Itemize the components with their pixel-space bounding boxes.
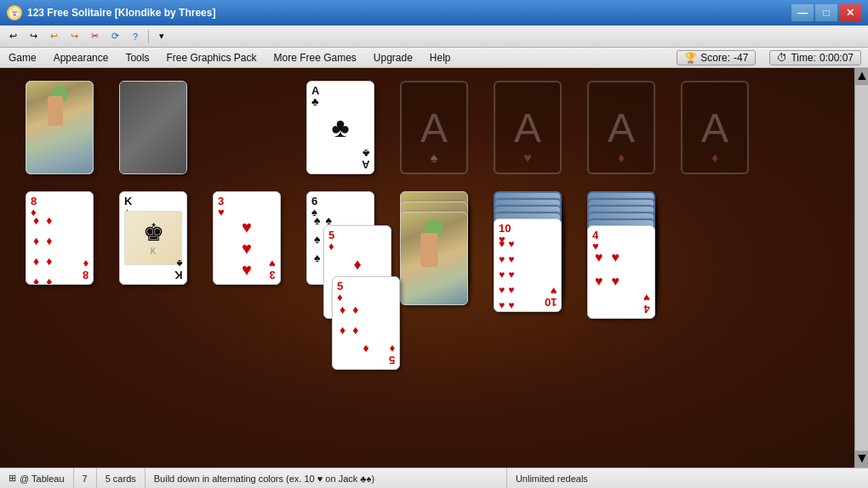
menu-tools[interactable]: Tools [117,50,157,65]
score-time-area: 🏆 Score: -47 ⏱ Time: 0:00:07 [677,50,868,65]
art-card-3[interactable] [400,212,468,305]
statusbar: ⊞ @ Tableau 7 5 cards Build down in alte… [0,468,868,488]
cards-count-section: 5 cards [97,468,146,488]
toolbar-refresh-button[interactable]: ⟳ [106,28,124,45]
foundation-1[interactable]: A ♣ ♣ A ♣ [306,81,374,174]
score-value: -47 [734,52,748,64]
game-area[interactable]: A ♣ ♣ A ♣ A ♠ A ♥ A ♦ A ♦ 8 ♦ ♦ ♦ [0,68,868,468]
toolbar-cut-button[interactable]: ✂ [85,28,104,45]
menubar: Game Appearance Tools Free Graphics Pack… [0,48,868,68]
menu-help[interactable]: Help [421,50,460,65]
toolbar-dropdown-button[interactable]: ▾ [152,28,171,45]
tableau-1[interactable]: 8 ♦ ♦ ♦ ♦ ♦ ♦ ♦ ♦ ♦ 8 ♦ [26,191,94,285]
foundation-2[interactable]: A ♠ [400,81,468,174]
cards-label: 5 cards [106,474,136,484]
menu-more-games[interactable]: More Free Games [265,50,364,65]
time-value: 0:00:07 [819,52,854,64]
titlebar: 🃏 123 Free Solitaire [Klondike by Threes… [0,0,868,26]
time-icon: ⏱ [777,52,787,64]
redeals-section: Unlimited redeals [507,468,868,488]
toolbar-undo-button[interactable]: ↩ [44,28,63,45]
tableau-label-section: ⊞ @ Tableau [0,468,74,488]
toolbar-redo-button[interactable]: ↪ [65,28,83,45]
tableau-count-section: 7 [74,468,97,488]
toolbar-back-button[interactable]: ↩ [3,28,22,45]
ten-hearts[interactable]: 10 ♥ ♥ ♥ ♥ ♥ ♥ ♥ ♥ ♥ ♥ ♥ 10 ♥ [494,218,562,312]
scroll-up[interactable]: ▲ [855,68,868,85]
quick-access-toolbar: ↩ ↪ ↩ ↪ ✂ ⟳ ? ▾ [0,26,868,48]
menu-graphics-pack[interactable]: Free Graphics Pack [157,50,265,65]
toolbar-separator [148,30,149,43]
redeals-label: Unlimited redeals [516,474,588,484]
scrollbar[interactable]: ▲ ▼ [854,68,868,468]
tableau-4-5d[interactable]: 5 ♦ ♦ ♦ ♦ ♦ ♦ 5 ♦ [332,276,400,370]
app-icon: 🃏 [7,5,22,20]
toolbar-help-button[interactable]: ? [126,28,145,45]
score-icon: 🏆 [684,52,697,64]
hint-text: Build down in alternating colors (ex. 10… [154,474,374,484]
titlebar-left: 🃏 123 Free Solitaire [Klondike by Threes… [7,5,215,20]
scroll-down[interactable]: ▼ [855,451,868,468]
menu-upgrade[interactable]: Upgrade [365,50,421,65]
time-label: Time: [791,52,816,64]
menu-appearance[interactable]: Appearance [45,50,117,65]
stock-pile[interactable] [26,81,94,174]
close-button[interactable]: ✕ [839,4,861,21]
foundation-4[interactable]: A ♦ [587,81,655,174]
tableau-2[interactable]: K ♠ ♚ K K ♠ [119,191,187,285]
score-display: 🏆 Score: -47 [677,50,756,65]
maximize-button[interactable]: □ [815,4,837,21]
hint-section: Build down in alternating colors (ex. 10… [146,468,507,488]
minimize-button[interactable]: — [791,4,814,21]
waste-pile[interactable] [119,81,187,174]
window-controls: — □ ✕ [791,4,861,21]
toolbar-forward-button[interactable]: ↪ [24,28,43,45]
score-label: Score: [700,52,730,64]
menu-game[interactable]: Game [0,50,45,65]
tableau-count: 7 [83,474,88,484]
foundation-3[interactable]: A ♥ [494,81,562,174]
time-display: ⏱ Time: 0:00:07 [769,50,861,65]
window-title: 123 Free Solitaire [Klondike by Threes] [27,7,215,19]
four-hearts[interactable]: 4 ♥ ♥ ♥ ♥ ♥ 4 ♥ [587,225,655,319]
foundation-5[interactable]: A ♦ [681,81,749,174]
tableau-3[interactable]: 3 ♥ ♥ ♥ ♥ 3 ♥ [213,191,281,285]
tableau-icon: ⊞ [9,473,16,484]
tableau-label: @ Tableau [20,474,65,484]
